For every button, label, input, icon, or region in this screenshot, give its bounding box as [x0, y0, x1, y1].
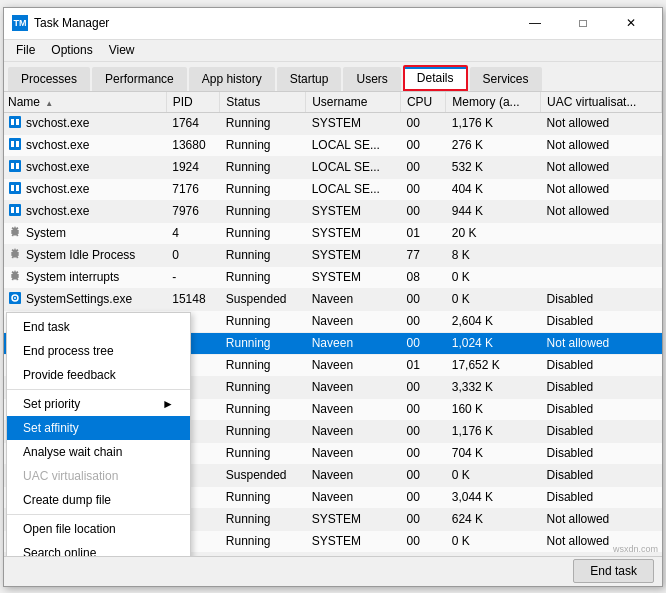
- cell-memory: 1,176 K: [446, 112, 541, 134]
- svg-rect-0: [9, 116, 21, 128]
- table-row[interactable]: svchost.exe 7976 Running SYSTEM 00 944 K…: [4, 200, 662, 222]
- table-row[interactable]: svchost.exe 7176 Running LOCAL SE... 00 …: [4, 178, 662, 200]
- cell-status: Running: [220, 112, 306, 134]
- ctx-create-dump[interactable]: Create dump file: [7, 488, 190, 512]
- col-header-cpu[interactable]: CPU: [400, 92, 445, 113]
- tab-details[interactable]: Details: [403, 65, 468, 91]
- content-area: Name ▲ PID Status Username CPU Memory (a…: [4, 92, 662, 556]
- cell-username: LOCAL SE...: [306, 178, 401, 200]
- cell-name: svchost.exe: [4, 157, 166, 178]
- col-header-status[interactable]: Status: [220, 92, 306, 113]
- cell-username: LOCAL SE...: [306, 134, 401, 156]
- minimize-button[interactable]: —: [512, 7, 558, 39]
- cell-memory: 704 K: [446, 442, 541, 464]
- cell-uac: Not allowed: [541, 508, 662, 530]
- cell-cpu: 08: [400, 266, 445, 288]
- table-row[interactable]: svchost.exe 1924 Running LOCAL SE... 00 …: [4, 156, 662, 178]
- menu-file[interactable]: File: [8, 41, 43, 59]
- cell-memory: 3,044 K: [446, 486, 541, 508]
- col-header-memory[interactable]: Memory (a...: [446, 92, 541, 113]
- cell-memory: 0 K: [446, 530, 541, 552]
- cell-memory: 532 K: [446, 156, 541, 178]
- cell-memory: 276 K: [446, 134, 541, 156]
- tab-users[interactable]: Users: [343, 67, 400, 91]
- cell-status: Running: [220, 376, 306, 398]
- cell-uac: Not allowed: [541, 332, 662, 354]
- tab-processes[interactable]: Processes: [8, 67, 90, 91]
- cell-pid: 1764: [166, 112, 220, 134]
- cell-name: svchost.exe: [4, 135, 166, 156]
- cell-username: SYSTEM: [306, 508, 401, 530]
- close-button[interactable]: ✕: [608, 7, 654, 39]
- cell-username: SYSTEM: [306, 266, 401, 288]
- cell-pid: 4: [166, 222, 220, 244]
- ctx-analyse-wait-chain[interactable]: Analyse wait chain: [7, 440, 190, 464]
- cell-memory: 676 K: [446, 552, 541, 556]
- ctx-end-task[interactable]: End task: [7, 315, 190, 339]
- cell-status: Running: [220, 134, 306, 156]
- context-menu: End task End process tree Provide feedba…: [6, 312, 191, 556]
- menu-view[interactable]: View: [101, 41, 143, 59]
- maximize-button[interactable]: □: [560, 7, 606, 39]
- svg-rect-13: [11, 207, 14, 213]
- cell-memory: 944 K: [446, 200, 541, 222]
- ctx-uac-virtualisation: UAC virtualisation: [7, 464, 190, 488]
- cell-name: System Idle Process: [4, 245, 166, 266]
- cell-pid: 0: [166, 244, 220, 266]
- menu-bar: File Options View: [4, 40, 662, 62]
- cell-memory: 20 K: [446, 222, 541, 244]
- table-row[interactable]: svchost.exe 13680 Running LOCAL SE... 00…: [4, 134, 662, 156]
- end-task-button[interactable]: End task: [573, 559, 654, 583]
- cell-username: Naveen: [306, 464, 401, 486]
- ctx-provide-feedback[interactable]: Provide feedback: [7, 363, 190, 387]
- cell-username: SYSTEM: [306, 530, 401, 552]
- cell-username: Naveen: [306, 376, 401, 398]
- cell-memory: 0 K: [446, 464, 541, 486]
- tab-performance[interactable]: Performance: [92, 67, 187, 91]
- table-row[interactable]: System 4 Running SYSTEM 01 20 K: [4, 222, 662, 244]
- cell-status: Running: [220, 222, 306, 244]
- menu-options[interactable]: Options: [43, 41, 100, 59]
- ctx-end-process-tree[interactable]: End process tree: [7, 339, 190, 363]
- table-row[interactable]: System Idle Process 0 Running SYSTEM 77 …: [4, 244, 662, 266]
- cell-cpu: 00: [400, 134, 445, 156]
- cell-username: Naveen: [306, 310, 401, 332]
- table-row[interactable]: svchost.exe 1764 Running SYSTEM 00 1,176…: [4, 112, 662, 134]
- cell-cpu: 00: [400, 508, 445, 530]
- cell-uac: Disabled: [541, 442, 662, 464]
- table-row[interactable]: System interrupts - Running SYSTEM 08 0 …: [4, 266, 662, 288]
- cell-status: Running: [220, 310, 306, 332]
- cell-username: SYSTEM: [306, 552, 401, 556]
- tab-startup[interactable]: Startup: [277, 67, 342, 91]
- cell-cpu: 00: [400, 442, 445, 464]
- cell-memory: 624 K: [446, 508, 541, 530]
- tab-services[interactable]: Services: [470, 67, 542, 91]
- title-bar-text: Task Manager: [34, 16, 512, 30]
- svg-rect-12: [9, 204, 21, 216]
- col-header-username[interactable]: Username: [306, 92, 401, 113]
- cell-uac: Disabled: [541, 486, 662, 508]
- svg-rect-2: [16, 119, 19, 125]
- cell-memory: 0 K: [446, 266, 541, 288]
- process-icon: [8, 269, 22, 286]
- cell-cpu: 00: [400, 332, 445, 354]
- ctx-search-online[interactable]: Search online: [7, 541, 190, 556]
- cell-status: Running: [220, 398, 306, 420]
- cell-status: Running: [220, 552, 306, 556]
- cell-cpu: 00: [400, 200, 445, 222]
- col-header-name[interactable]: Name ▲: [4, 92, 166, 113]
- table-row[interactable]: SystemSettings.exe 15148 Suspended Navee…: [4, 288, 662, 310]
- cell-uac: Disabled: [541, 288, 662, 310]
- cell-status: Running: [220, 420, 306, 442]
- col-header-pid[interactable]: PID: [166, 92, 220, 113]
- tab-app-history[interactable]: App history: [189, 67, 275, 91]
- svg-rect-7: [11, 163, 14, 169]
- svg-rect-10: [11, 185, 14, 191]
- ctx-open-file-location[interactable]: Open file location: [7, 517, 190, 541]
- col-header-uac[interactable]: UAC virtualisat...: [541, 92, 662, 113]
- ctx-set-affinity[interactable]: Set affinity: [7, 416, 190, 440]
- cell-cpu: 00: [400, 288, 445, 310]
- title-bar: TM Task Manager — □ ✕: [4, 8, 662, 40]
- ctx-set-priority[interactable]: Set priority ►: [7, 392, 190, 416]
- cell-memory: 17,652 K: [446, 354, 541, 376]
